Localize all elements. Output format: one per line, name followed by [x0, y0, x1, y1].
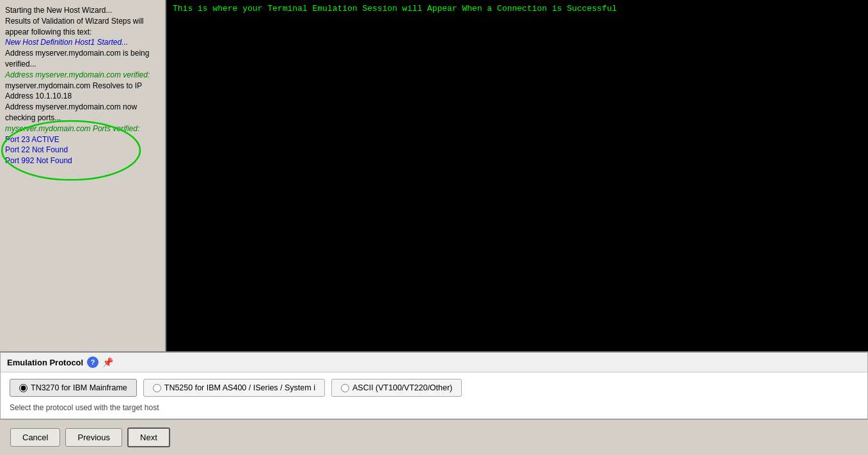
- sidebar-line-10: Port 22 Not Found: [5, 145, 68, 154]
- terminal-text: This is where your Terminal Emulation Se…: [173, 4, 617, 13]
- sidebar-line-9: Port 23 ACTIVE: [5, 135, 59, 144]
- emulation-description: Select the protocol used with the target…: [10, 403, 858, 412]
- radio-ascii-input[interactable]: [341, 384, 349, 392]
- radio-tn5250[interactable]: TN5250 for IBM AS400 / ISeries / System …: [143, 379, 325, 397]
- emulation-body: TN3270 for IBM Mainframe TN5250 for IBM …: [1, 372, 867, 419]
- terminal-display: This is where your Terminal Emulation Se…: [165, 0, 868, 351]
- sidebar-line-4: Address myserver.mydomain.com is being v…: [5, 49, 149, 68]
- next-button[interactable]: Next: [127, 427, 170, 447]
- sidebar-line-7: Address myserver.mydomain.com now checki…: [5, 102, 137, 122]
- radio-tn5250-label: TN5250 for IBM AS400 / ISeries / System …: [164, 383, 315, 392]
- emulation-header: Emulation Protocol ? 📌: [1, 353, 867, 372]
- emulation-protocol-section: Emulation Protocol ? 📌 TN3270 for IBM Ma…: [0, 351, 868, 419]
- sidebar-panel: Starting the New Host Wizard... Results …: [0, 0, 165, 351]
- help-icon[interactable]: ?: [87, 356, 99, 368]
- sidebar-line-8: myserver.mydomain.com Ports verified:: [5, 124, 139, 133]
- sidebar-content: Starting the New Host Wizard... Results …: [5, 5, 160, 166]
- pin-icon[interactable]: 📌: [102, 357, 113, 367]
- radio-ascii[interactable]: ASCII (VT100/VT220/Other): [331, 379, 462, 397]
- sidebar-line-2: Results of Validation of Wizard Steps wi…: [5, 17, 144, 36]
- sidebar-line-11: Port 992 Not Found: [5, 156, 72, 165]
- bottom-bar: Cancel Previous Next: [0, 419, 868, 455]
- previous-button[interactable]: Previous: [65, 428, 122, 447]
- sidebar-line-6: myserver.mydomain.com Resolves to IP Add…: [5, 81, 142, 101]
- sidebar-line-5: Address myserver.mydomain.com verified:: [5, 70, 150, 79]
- cancel-button[interactable]: Cancel: [10, 428, 60, 447]
- radio-tn3270-input[interactable]: [19, 384, 28, 392]
- sidebar-line-3: New Host Definition Host1 Started...: [5, 38, 128, 47]
- protocol-radio-group: TN3270 for IBM Mainframe TN5250 for IBM …: [10, 379, 858, 397]
- radio-tn3270[interactable]: TN3270 for IBM Mainframe: [10, 379, 137, 397]
- radio-tn5250-input[interactable]: [153, 384, 161, 392]
- emulation-title: Emulation Protocol: [7, 358, 83, 367]
- radio-tn3270-label: TN3270 for IBM Mainframe: [31, 383, 127, 392]
- sidebar-line-1: Starting the New Host Wizard...: [5, 6, 112, 15]
- radio-ascii-label: ASCII (VT100/VT220/Other): [352, 383, 452, 392]
